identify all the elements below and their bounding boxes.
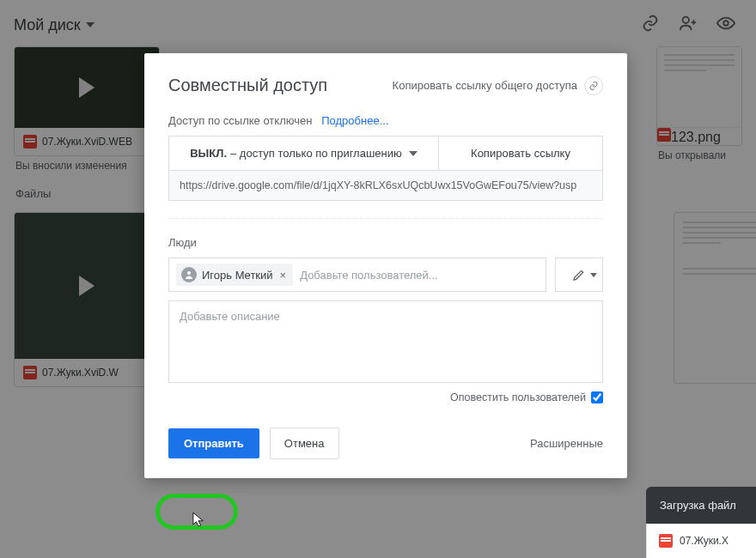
dialog-title: Совместный доступ — [168, 76, 327, 95]
people-input[interactable]: Игорь Меткий × Добавьте пользователей... — [168, 258, 546, 292]
link-mode-desc: – доступ только по приглашению — [230, 147, 402, 160]
message-placeholder: Добавьте описание — [180, 310, 280, 323]
people-placeholder: Добавьте пользователей... — [300, 265, 539, 285]
learn-more-link[interactable]: Подробнее... — [321, 114, 388, 127]
cancel-button[interactable]: Отмена — [270, 428, 339, 459]
copy-link-button[interactable]: Копировать ссылку — [439, 136, 602, 170]
link-status-row: Доступ по ссылке отключен Подробнее... — [168, 114, 603, 127]
divider — [168, 218, 603, 219]
copy-link-label: Копировать ссылку — [471, 147, 570, 160]
person-chip[interactable]: Игорь Меткий × — [176, 264, 293, 286]
remove-chip-icon[interactable]: × — [278, 269, 289, 282]
copy-share-link-button[interactable]: Копировать ссылку общего доступа — [393, 76, 603, 95]
link-icon — [584, 76, 603, 95]
share-dialog: Совместный доступ Копировать ссылку обще… — [144, 53, 627, 478]
people-section-label: Люди — [168, 236, 603, 249]
link-mode-dropdown[interactable]: ВЫКЛ. – доступ только по приглашению — [169, 136, 439, 170]
upload-toast-item[interactable]: 07.Жуки.X — [646, 524, 756, 558]
pencil-icon — [572, 268, 586, 282]
send-button[interactable]: Отправить — [168, 428, 259, 458]
link-mode-off: ВЫКЛ. — [190, 147, 227, 160]
link-status-text: Доступ по ссылке отключен — [168, 114, 312, 127]
avatar-icon — [181, 267, 197, 282]
share-url-field[interactable]: https://drive.google.com/file/d/1jqXY-8k… — [168, 171, 603, 201]
upload-file-name: 07.Жуки.X — [680, 535, 729, 547]
svg-point-2 — [187, 271, 191, 275]
upload-toast-header[interactable]: Загрузка файл — [646, 487, 756, 524]
notify-checkbox[interactable] — [591, 391, 603, 403]
advanced-link[interactable]: Расширенные — [530, 437, 603, 450]
notify-row: Оповестить пользователей — [168, 391, 603, 403]
message-textarea[interactable]: Добавьте описание — [168, 300, 603, 383]
chevron-down-icon — [590, 273, 597, 277]
link-sharing-row: ВЫКЛ. – доступ только по приглашению Коп… — [168, 136, 603, 171]
chevron-down-icon — [409, 151, 418, 156]
copy-share-link-label: Копировать ссылку общего доступа — [393, 79, 577, 92]
video-file-icon — [659, 534, 673, 548]
notify-label: Оповестить пользователей — [450, 391, 586, 403]
chip-name: Игорь Меткий — [202, 269, 273, 282]
upload-toast-title: Загрузка файл — [660, 499, 736, 512]
dialog-footer: Отправить Отмена Расширенные — [168, 428, 603, 459]
permission-dropdown[interactable] — [555, 258, 603, 292]
